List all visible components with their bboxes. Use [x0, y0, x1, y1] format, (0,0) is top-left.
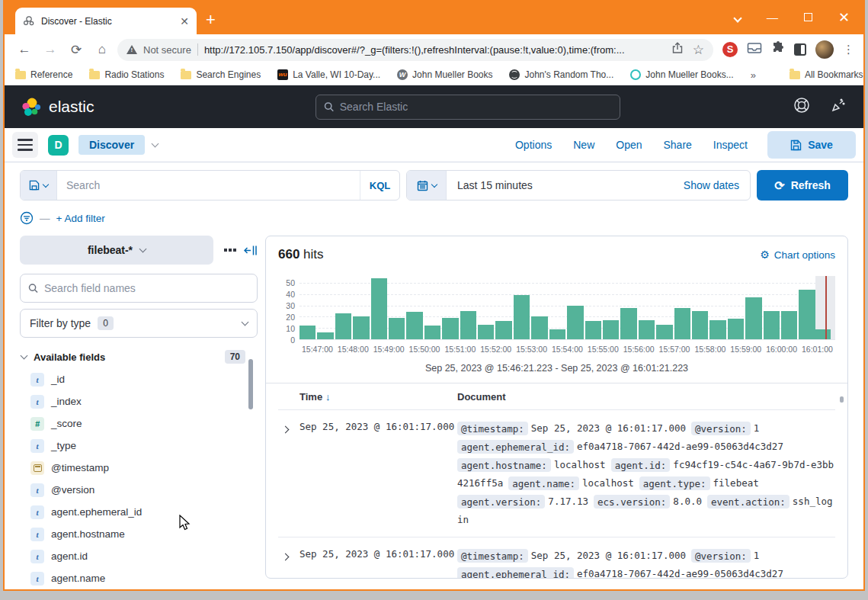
available-fields-chevron-icon[interactable]: [21, 351, 28, 359]
kql-language-button[interactable]: KQL: [360, 171, 399, 200]
table-scrollbar[interactable]: [840, 396, 844, 403]
url-text[interactable]: http://172.105.7.150/app/discover#/?_g=(…: [204, 44, 665, 56]
field-search-box[interactable]: [20, 274, 258, 303]
field-list-item[interactable]: t_id: [20, 368, 258, 390]
histogram-bar[interactable]: [299, 326, 315, 339]
date-quick-menu-button[interactable]: [407, 171, 447, 200]
histogram-bar[interactable]: [460, 311, 476, 339]
bookmark-item[interactable]: WJohn Mueller Books: [397, 69, 492, 80]
histogram-bar[interactable]: [317, 332, 333, 339]
histogram-bar[interactable]: [603, 320, 619, 339]
field-list-item[interactable]: t@version: [20, 479, 258, 501]
doc-field-name[interactable]: @timestamp:: [457, 549, 528, 563]
help-icon[interactable]: [793, 97, 810, 117]
doc-field-name[interactable]: agent.version:: [457, 495, 545, 509]
index-pattern-switcher[interactable]: filebeat-*: [20, 236, 213, 265]
histogram-bar[interactable]: [567, 306, 583, 339]
partial-bucket-bar[interactable]: [815, 329, 831, 339]
expand-row-chevron-icon[interactable]: [278, 419, 299, 529]
doc-field-name[interactable]: agent.hostname:: [457, 458, 551, 472]
histogram-plot[interactable]: [299, 276, 835, 340]
profile-avatar[interactable]: [815, 40, 834, 59]
hamburger-menu-icon[interactable]: [12, 132, 38, 158]
histogram-bar[interactable]: [745, 297, 761, 339]
bookmark-star-icon[interactable]: ☆: [693, 42, 704, 58]
top-nav-item-inspect[interactable]: Inspect: [713, 139, 748, 151]
time-range-value[interactable]: Last 15 minutes: [447, 171, 673, 200]
window-menu-chevron-icon[interactable]: [735, 11, 741, 23]
tab-close-icon[interactable]: ✕: [180, 16, 189, 27]
histogram-bar[interactable]: [781, 311, 797, 339]
field-list-item[interactable]: t_type: [20, 435, 258, 457]
histogram-bar[interactable]: [406, 312, 422, 339]
top-nav-item-open[interactable]: Open: [616, 139, 642, 151]
breadcrumb[interactable]: Discover: [78, 135, 145, 155]
refresh-button[interactable]: ⟳ Refresh: [757, 170, 848, 201]
doc-field-name[interactable]: agent.name:: [508, 476, 579, 490]
all-bookmarks-button[interactable]: All Bookmarks: [790, 69, 863, 80]
bookmark-item[interactable]: Reference: [15, 69, 72, 80]
histogram-bar[interactable]: [424, 326, 440, 339]
histogram-bar[interactable]: [656, 325, 672, 339]
collapse-sidebar-icon[interactable]: [244, 245, 257, 256]
save-button[interactable]: Save: [767, 131, 856, 159]
field-search-input[interactable]: [44, 282, 249, 294]
address-bar[interactable]: Not secure http://172.105.7.150/app/disc…: [117, 39, 713, 61]
extensions-puzzle-icon[interactable]: [771, 41, 785, 58]
histogram-bar[interactable]: [674, 308, 690, 340]
top-nav-item-options[interactable]: Options: [515, 139, 552, 151]
share-icon[interactable]: [671, 42, 684, 58]
saved-query-menu-button[interactable]: [21, 171, 57, 200]
global-search-box[interactable]: [315, 95, 620, 120]
histogram-bar[interactable]: [442, 318, 458, 339]
sort-descending-icon[interactable]: ↓: [325, 391, 331, 403]
top-nav-item-new[interactable]: New: [573, 139, 594, 151]
histogram-bar[interactable]: [478, 325, 494, 339]
field-list-item[interactable]: tagent.ephemeral_id: [20, 501, 258, 523]
histogram-bar[interactable]: [639, 320, 655, 339]
histogram-bar[interactable]: [620, 308, 636, 340]
whats-new-party-popper-icon[interactable]: [830, 97, 847, 117]
time-column-header[interactable]: Time: [299, 391, 322, 403]
histogram-bar[interactable]: [335, 313, 351, 339]
histogram-bar[interactable]: [549, 329, 565, 339]
forward-icon[interactable]: →: [40, 39, 61, 60]
field-list-item[interactable]: tagent.id: [20, 545, 258, 567]
histogram-bar[interactable]: [353, 316, 369, 339]
field-list-item[interactable]: tagent.name: [20, 567, 258, 589]
doc-field-name[interactable]: agent.ephemeral_id:: [457, 440, 574, 454]
back-icon[interactable]: ←: [14, 39, 35, 60]
bookmark-item[interactable]: Search Engines: [181, 69, 261, 80]
reload-icon[interactable]: ⟳: [66, 39, 87, 60]
show-dates-button[interactable]: Show dates: [673, 171, 750, 200]
bookmarks-overflow-chevron[interactable]: »: [751, 69, 756, 81]
window-close-button[interactable]: ✕: [838, 11, 850, 24]
chart-options-button[interactable]: ⚙ Chart options: [760, 249, 835, 261]
doc-field-name[interactable]: @timestamp:: [457, 422, 528, 435]
doc-field-name[interactable]: agent.ephemeral_id:: [457, 567, 574, 579]
bookmark-item[interactable]: John's Random Tho...: [509, 69, 613, 80]
histogram-bar[interactable]: [495, 321, 511, 339]
histogram-bar[interactable]: [799, 290, 815, 339]
doc-field-name[interactable]: event.action:: [707, 495, 790, 509]
histogram-bar[interactable]: [585, 321, 601, 339]
doc-field-name[interactable]: @version:: [691, 549, 751, 563]
add-filter-button[interactable]: + Add filter: [56, 213, 105, 224]
histogram-bar[interactable]: [531, 316, 547, 339]
histogram-bar[interactable]: [728, 319, 744, 339]
field-list-item[interactable]: t_index: [20, 390, 258, 412]
extension-s-icon[interactable]: S: [722, 42, 738, 57]
extension-mail-icon[interactable]: [747, 42, 762, 57]
doc-field-name[interactable]: agent.id:: [611, 458, 671, 472]
global-search-input[interactable]: [340, 101, 612, 113]
bookmark-item[interactable]: Radio Stations: [89, 69, 164, 80]
not-secure-label[interactable]: Not secure: [143, 44, 191, 56]
field-list-item[interactable]: #_score: [20, 412, 258, 435]
field-list-item[interactable]: @timestamp: [20, 457, 258, 479]
space-badge[interactable]: D: [48, 135, 69, 156]
histogram-bar[interactable]: [692, 311, 708, 339]
field-list-item[interactable]: tagent.hostname: [20, 523, 258, 545]
browser-tab[interactable]: Discover - Elastic ✕: [15, 8, 197, 34]
sidebar-scrollbar[interactable]: [248, 359, 253, 409]
index-pattern-options-icon[interactable]: [224, 249, 236, 252]
